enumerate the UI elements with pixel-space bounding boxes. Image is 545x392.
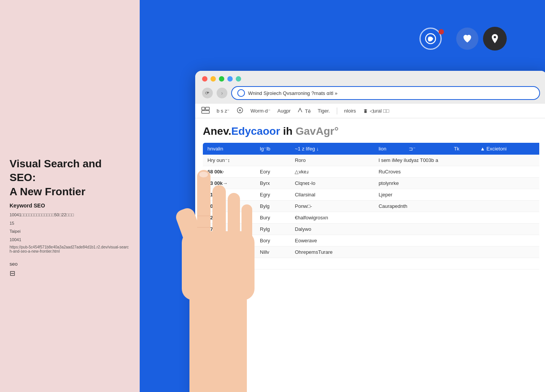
main-area: ⟳ › Wnind Sjroiech Qvsarroning ?rnats αí… [140, 0, 545, 392]
cell-num-8: 8F 00k· [203, 258, 255, 270]
cell-col2-1: Clqneɪ-lo [290, 178, 374, 189]
nav-separator [337, 108, 337, 114]
nav-item-5[interactable]: Tē [297, 108, 311, 114]
browser-window: ⟳ › Wnind Sjroiech Qvsarroning ?rnats αí… [195, 71, 545, 392]
nav-item-1[interactable]: b s z⁻ [217, 108, 230, 114]
nav-icon-8 [363, 108, 368, 114]
sidebar: Visual Search and SEO: A New Frontier Ke… [0, 0, 140, 392]
dot-extra [227, 76, 233, 82]
cell-col3-2: Ljeper [374, 189, 539, 201]
cell-col3-7 [374, 247, 539, 258]
svg-rect-4 [206, 107, 209, 110]
sidebar-meta-3: Taipei [10, 228, 130, 235]
dot-extra2 [236, 76, 241, 82]
data-table: hnvalin lg⁻lb ~1 z lifeg ↓ lion ⊐⁻ Tk ▲ … [203, 143, 539, 270]
nav-item-4[interactable]: Augpr [277, 108, 291, 114]
sidebar-url[interactable]: https://pub-5c454f571b8e40a3a2aad27ade84… [10, 245, 130, 253]
nav-item-6[interactable]: Tiger. [318, 108, 330, 114]
sidebar-meta-1: 10041□□□□□□□□□□□□□50□22□□□ [10, 212, 130, 219]
sidebar-title: Visual Search and SEO: A New Frontier [10, 157, 130, 199]
table-row: 68 00k· Eory △vkeɹ RuCroves [203, 166, 539, 178]
nav-icon-5 [297, 108, 303, 113]
cell-num-6: 32 00k· [203, 235, 255, 247]
table-row: S0 00k· Nillv OhrepemsTurare [203, 247, 539, 258]
nav-item-8[interactable]: ◁ural □□ [363, 108, 389, 114]
cell-num-2: 81 00k· [203, 189, 255, 201]
cell-col3-6 [374, 235, 539, 247]
sidebar-meta-4: 10041 [10, 237, 130, 243]
nav-item-2[interactable] [237, 107, 243, 115]
browser-toolbar: ⟳ › Wnind Sjroiech Qvsarroning ?rnats αí… [202, 86, 540, 100]
cell-col2-8 [290, 258, 374, 270]
th-6: Tk [449, 143, 476, 155]
sidebar-meta-2: 15 [10, 220, 130, 227]
address-bar[interactable]: Wnind Sjroiech Qvsarroning ?rnats αítl » [231, 86, 540, 100]
cell-col2-3: Ponw□- [290, 201, 374, 212]
nav-icon-0 [201, 107, 210, 114]
address-text: Wnind Sjroiech Qvsarroning ?rnats αítl » [248, 90, 534, 96]
th-1: lg⁻lb [255, 143, 290, 155]
sub-header-2: l sem iMey iludyaɪ T003b a [374, 155, 539, 166]
cell-col1-7: Nillv [255, 247, 290, 258]
browser-nav: b s z⁻ Worm·d⁻ Augpr Tē Tiger. nloirs [195, 104, 545, 118]
table-row: 81 00k· Egry Cllarsinal Ljeper [203, 189, 539, 201]
cell-col3-0: RuCroves [374, 166, 539, 178]
nav-back-btn[interactable]: ⟳ [202, 88, 213, 98]
svg-text:⟳: ⟳ [205, 91, 209, 95]
content-title: Anev.Edycaoor ih GavAgr° [203, 125, 539, 137]
cell-col3-1: ptolynrke [374, 178, 539, 189]
icon-circle-2 [456, 28, 478, 50]
map-pin-icon [489, 33, 501, 45]
address-icon [237, 89, 245, 97]
browser-chrome: ⟳ › Wnind Sjroiech Qvsarroning ?rnats αí… [195, 71, 545, 104]
nav-forward-btn[interactable]: › [217, 88, 227, 98]
cell-col3-8 [374, 258, 539, 270]
table-row: 32 00k· Bory Eowerave [203, 235, 539, 247]
th-7: ▲ Excietoni [476, 143, 540, 155]
svg-rect-5 [202, 111, 209, 113]
top-icons-area [419, 27, 507, 51]
th-5 [433, 143, 449, 155]
svg-rect-7 [364, 111, 367, 113]
cell-num-5: 17 004· [203, 224, 255, 235]
cell-col1-2: Egry [255, 189, 290, 201]
cell-num-7: S0 00k· [203, 247, 255, 258]
heart-icon [462, 33, 473, 44]
dot-minimize[interactable] [210, 76, 216, 82]
table-row: 13 00k→ Byrx Clqneɪ-lo ptolynrke [203, 178, 539, 189]
dot-close[interactable] [202, 76, 207, 82]
cell-col1-3: Bylg [255, 201, 290, 212]
svg-rect-3 [202, 107, 205, 110]
sidebar-icon: ⊟ [10, 269, 130, 278]
cell-num-0: 68 00k· [203, 166, 255, 178]
sub-header-1: Roro [290, 155, 374, 166]
nav-item-7[interactable]: nloirs [344, 108, 356, 114]
sidebar-tag: seo [10, 261, 130, 267]
th-2: ~1 z lifeg ↓ [290, 143, 374, 155]
browser-dots [202, 76, 540, 82]
icon-circle-3 [483, 27, 507, 51]
dot-maximize[interactable] [219, 76, 224, 82]
nav-item-0[interactable] [201, 107, 210, 115]
cell-col1-0: Eory [255, 166, 290, 178]
cell-col2-4: €halfowigrosxn [290, 212, 374, 224]
cell-col1-4: Bury [255, 212, 290, 224]
cell-col1-8 [255, 258, 290, 270]
cell-num-4: 32 00k· [203, 212, 255, 224]
cell-num-3: 80 00k· [203, 201, 255, 212]
browser-content: Anev.Edycaoor ih GavAgr° hnvalin lg⁻lb ~… [195, 118, 545, 392]
cell-col1-6: Bory [255, 235, 290, 247]
table-row: 32 00k· Bury €halfowigrosxn [203, 212, 539, 224]
svg-point-1 [494, 36, 496, 38]
sub-header-0: Hry oun⁻↕ [203, 155, 290, 166]
nav-item-3[interactable]: Worm·d⁻ [250, 108, 270, 114]
th-4: ⊐⁻ [404, 143, 433, 155]
cell-col2-6: Eowerave [290, 235, 374, 247]
cell-col2-7: OhrepemsTurare [290, 247, 374, 258]
cell-num-1: 13 00k→ [203, 178, 255, 189]
th-3: lion [374, 143, 404, 155]
moon-icon [425, 33, 436, 44]
cell-col1-1: Byrx [255, 178, 290, 189]
cell-col3-4 [374, 212, 539, 224]
back-icon: ⟳ [205, 90, 210, 96]
